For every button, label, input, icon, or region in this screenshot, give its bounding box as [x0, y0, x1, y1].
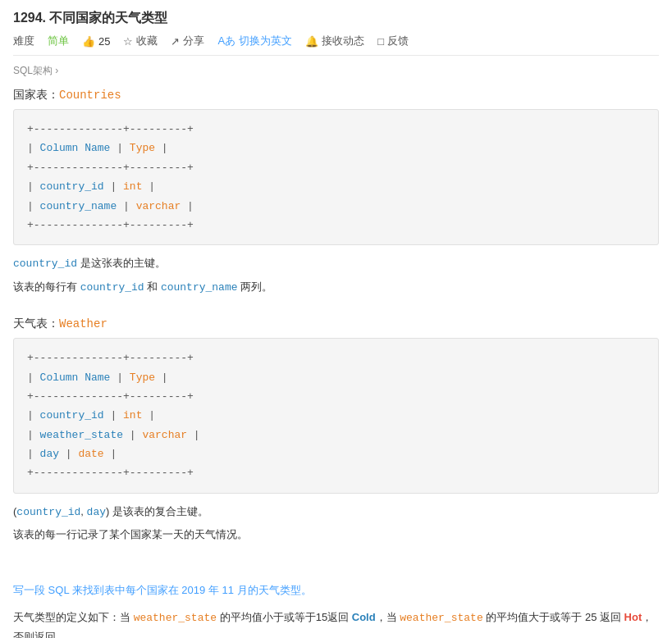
feedback-icon: □	[377, 35, 384, 48]
countries-sep2: +--------------+---------+	[27, 158, 645, 177]
gap1	[13, 300, 659, 317]
weather-row3: | day | date |	[27, 444, 645, 463]
countries-sep1: +--------------+---------+	[27, 120, 645, 139]
weather-table-name: Weather	[59, 317, 107, 330]
toolbar: 难度 简单 👍 25 ☆ 收藏 ↗ 分享 Aあ 切换为英文 🔔 接收动态 □ 反…	[13, 34, 659, 56]
countries-schema-box: +--------------+---------+ | Column Name…	[13, 109, 659, 245]
weather-row1: | country_id | int |	[27, 406, 645, 425]
star-icon: ☆	[123, 35, 133, 48]
bell-icon: 🔔	[305, 35, 318, 48]
page-container: 1294. 不同国家的天气类型 难度 简单 👍 25 ☆ 收藏 ↗ 分享 Aあ …	[0, 0, 672, 638]
gap2	[13, 548, 659, 564]
countries-table-name: Countries	[59, 89, 121, 102]
share-label: 分享	[183, 34, 204, 48]
like-button[interactable]: 👍 25	[82, 35, 110, 48]
easy-badge[interactable]: 简单	[48, 34, 69, 48]
problem-title: 1294. 不同国家的天气类型	[13, 10, 659, 27]
feedback-label: 反馈	[387, 34, 409, 48]
breadcrumb-separator: ›	[55, 65, 58, 76]
countries-header: | Column Name | Type |	[27, 139, 645, 157]
countries-note1: country_id 是这张表的主键。	[13, 253, 659, 273]
countries-row2: | country_name | varchar |	[27, 197, 645, 216]
feedback-button[interactable]: □ 反馈	[377, 34, 409, 48]
question-text: 写一段 SQL 来找到表中每个国家在 2019 年 11 月的天气类型。	[13, 581, 659, 599]
notify-label: 接收动态	[322, 34, 364, 48]
breadcrumb-path: SQL架构	[13, 65, 53, 76]
like-icon: 👍	[82, 35, 95, 48]
switch-label: 切换为英文	[239, 34, 292, 48]
weather-row2: | weather_state | varchar |	[27, 426, 645, 444]
share-icon: ↗	[171, 35, 180, 48]
countries-row1: | country_id | int |	[27, 177, 645, 196]
breadcrumb[interactable]: SQL架构 ›	[13, 64, 659, 78]
collect-label: 收藏	[136, 34, 158, 48]
countries-sep3: +--------------+---------+	[27, 216, 645, 235]
share-button[interactable]: ↗ 分享	[171, 34, 204, 48]
weather-sep2: +--------------+---------+	[27, 387, 645, 406]
definition-text: 天气类型的定义如下：当 weather_state 的平均值小于或等于15返回 …	[13, 608, 659, 638]
translate-icon: Aあ	[217, 34, 235, 48]
difficulty-label: 难度	[13, 34, 34, 48]
countries-note2: 该表的每行有 country_id 和 country_name 两列。	[13, 277, 659, 297]
weather-note2: 该表的每一行记录了某个国家某一天的天气情况。	[13, 525, 659, 544]
weather-header: | Column Name | Type |	[27, 368, 645, 387]
weather-note1: (country_id, day) 是该表的复合主键。	[13, 502, 659, 522]
notify-button[interactable]: 🔔 接收动态	[305, 34, 364, 48]
weather-sep3: +--------------+---------+	[27, 463, 645, 482]
switch-lang-button[interactable]: Aあ 切换为英文	[217, 34, 292, 48]
countries-section-label: 国家表：Countries	[13, 88, 659, 103]
gap3	[13, 564, 659, 581]
collect-button[interactable]: ☆ 收藏	[123, 34, 158, 48]
weather-section-label: 天气表：Weather	[13, 317, 659, 331]
weather-sep1: +--------------+---------+	[27, 349, 645, 367]
weather-schema-box: +--------------+---------+ | Column Name…	[13, 338, 659, 494]
like-count: 25	[98, 35, 110, 48]
